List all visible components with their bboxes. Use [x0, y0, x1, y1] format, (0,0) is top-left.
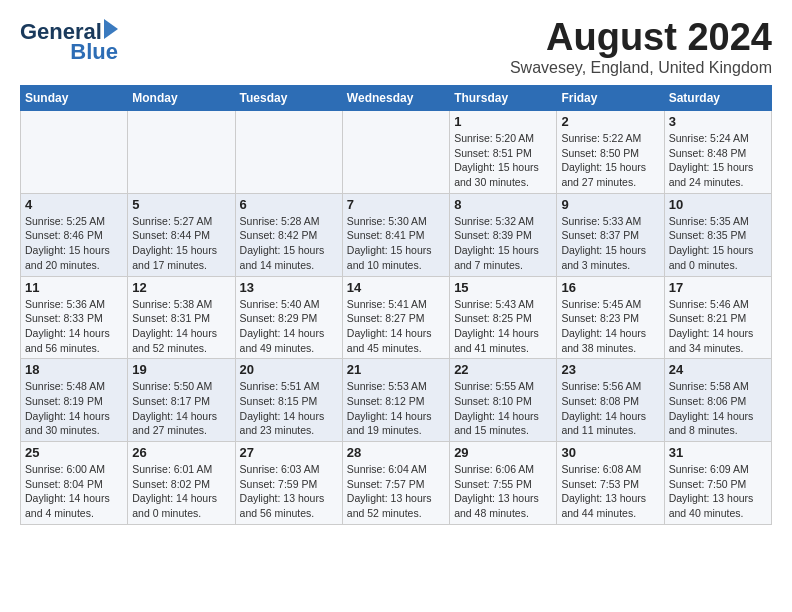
day-number: 4 [25, 197, 123, 212]
day-number: 19 [132, 362, 230, 377]
day-info: Sunrise: 5:30 AMSunset: 8:41 PMDaylight:… [347, 214, 445, 273]
day-number: 22 [454, 362, 552, 377]
calendar-cell: 16Sunrise: 5:45 AMSunset: 8:23 PMDayligh… [557, 276, 664, 359]
day-info: Sunrise: 5:48 AMSunset: 8:19 PMDaylight:… [25, 379, 123, 438]
day-info: Sunrise: 5:28 AMSunset: 8:42 PMDaylight:… [240, 214, 338, 273]
calendar-cell: 26Sunrise: 6:01 AMSunset: 8:02 PMDayligh… [128, 442, 235, 525]
day-info: Sunrise: 6:08 AMSunset: 7:53 PMDaylight:… [561, 462, 659, 521]
calendar-week-row: 18Sunrise: 5:48 AMSunset: 8:19 PMDayligh… [21, 359, 772, 442]
day-info: Sunrise: 5:43 AMSunset: 8:25 PMDaylight:… [454, 297, 552, 356]
day-info: Sunrise: 5:33 AMSunset: 8:37 PMDaylight:… [561, 214, 659, 273]
calendar-cell [21, 111, 128, 194]
day-info: Sunrise: 5:22 AMSunset: 8:50 PMDaylight:… [561, 131, 659, 190]
day-number: 15 [454, 280, 552, 295]
day-info: Sunrise: 5:25 AMSunset: 8:46 PMDaylight:… [25, 214, 123, 273]
day-info: Sunrise: 5:36 AMSunset: 8:33 PMDaylight:… [25, 297, 123, 356]
calendar-header-row: Sunday Monday Tuesday Wednesday Thursday… [21, 86, 772, 111]
calendar-cell: 2Sunrise: 5:22 AMSunset: 8:50 PMDaylight… [557, 111, 664, 194]
day-number: 10 [669, 197, 767, 212]
day-info: Sunrise: 6:06 AMSunset: 7:55 PMDaylight:… [454, 462, 552, 521]
calendar-cell: 19Sunrise: 5:50 AMSunset: 8:17 PMDayligh… [128, 359, 235, 442]
day-info: Sunrise: 5:53 AMSunset: 8:12 PMDaylight:… [347, 379, 445, 438]
day-number: 29 [454, 445, 552, 460]
day-number: 13 [240, 280, 338, 295]
calendar-cell: 6Sunrise: 5:28 AMSunset: 8:42 PMDaylight… [235, 193, 342, 276]
day-number: 27 [240, 445, 338, 460]
day-number: 3 [669, 114, 767, 129]
day-number: 8 [454, 197, 552, 212]
logo-text-blue: Blue [70, 40, 118, 64]
header-saturday: Saturday [664, 86, 771, 111]
day-number: 18 [25, 362, 123, 377]
page-subtitle: Swavesey, England, United Kingdom [510, 59, 772, 77]
header-monday: Monday [128, 86, 235, 111]
calendar-cell: 13Sunrise: 5:40 AMSunset: 8:29 PMDayligh… [235, 276, 342, 359]
day-info: Sunrise: 5:40 AMSunset: 8:29 PMDaylight:… [240, 297, 338, 356]
day-info: Sunrise: 5:24 AMSunset: 8:48 PMDaylight:… [669, 131, 767, 190]
day-number: 26 [132, 445, 230, 460]
calendar-cell: 24Sunrise: 5:58 AMSunset: 8:06 PMDayligh… [664, 359, 771, 442]
calendar-cell: 1Sunrise: 5:20 AMSunset: 8:51 PMDaylight… [450, 111, 557, 194]
day-number: 20 [240, 362, 338, 377]
day-number: 9 [561, 197, 659, 212]
calendar-week-row: 1Sunrise: 5:20 AMSunset: 8:51 PMDaylight… [21, 111, 772, 194]
day-info: Sunrise: 5:51 AMSunset: 8:15 PMDaylight:… [240, 379, 338, 438]
header-friday: Friday [557, 86, 664, 111]
calendar-cell: 28Sunrise: 6:04 AMSunset: 7:57 PMDayligh… [342, 442, 449, 525]
day-number: 31 [669, 445, 767, 460]
calendar-week-row: 25Sunrise: 6:00 AMSunset: 8:04 PMDayligh… [21, 442, 772, 525]
calendar-cell: 10Sunrise: 5:35 AMSunset: 8:35 PMDayligh… [664, 193, 771, 276]
calendar-cell: 4Sunrise: 5:25 AMSunset: 8:46 PMDaylight… [21, 193, 128, 276]
calendar-cell: 25Sunrise: 6:00 AMSunset: 8:04 PMDayligh… [21, 442, 128, 525]
day-number: 5 [132, 197, 230, 212]
calendar-cell: 20Sunrise: 5:51 AMSunset: 8:15 PMDayligh… [235, 359, 342, 442]
day-number: 28 [347, 445, 445, 460]
day-info: Sunrise: 5:46 AMSunset: 8:21 PMDaylight:… [669, 297, 767, 356]
day-info: Sunrise: 6:00 AMSunset: 8:04 PMDaylight:… [25, 462, 123, 521]
day-info: Sunrise: 5:20 AMSunset: 8:51 PMDaylight:… [454, 131, 552, 190]
day-info: Sunrise: 5:58 AMSunset: 8:06 PMDaylight:… [669, 379, 767, 438]
day-info: Sunrise: 6:04 AMSunset: 7:57 PMDaylight:… [347, 462, 445, 521]
calendar-cell: 23Sunrise: 5:56 AMSunset: 8:08 PMDayligh… [557, 359, 664, 442]
calendar-cell: 12Sunrise: 5:38 AMSunset: 8:31 PMDayligh… [128, 276, 235, 359]
day-info: Sunrise: 5:45 AMSunset: 8:23 PMDaylight:… [561, 297, 659, 356]
calendar-table: Sunday Monday Tuesday Wednesday Thursday… [20, 85, 772, 525]
day-info: Sunrise: 5:35 AMSunset: 8:35 PMDaylight:… [669, 214, 767, 273]
calendar-cell: 5Sunrise: 5:27 AMSunset: 8:44 PMDaylight… [128, 193, 235, 276]
calendar-cell: 14Sunrise: 5:41 AMSunset: 8:27 PMDayligh… [342, 276, 449, 359]
calendar-cell: 22Sunrise: 5:55 AMSunset: 8:10 PMDayligh… [450, 359, 557, 442]
header-tuesday: Tuesday [235, 86, 342, 111]
day-number: 12 [132, 280, 230, 295]
calendar-cell: 31Sunrise: 6:09 AMSunset: 7:50 PMDayligh… [664, 442, 771, 525]
day-number: 2 [561, 114, 659, 129]
calendar-cell: 18Sunrise: 5:48 AMSunset: 8:19 PMDayligh… [21, 359, 128, 442]
day-info: Sunrise: 6:03 AMSunset: 7:59 PMDaylight:… [240, 462, 338, 521]
calendar-cell [128, 111, 235, 194]
calendar-cell: 15Sunrise: 5:43 AMSunset: 8:25 PMDayligh… [450, 276, 557, 359]
calendar-cell: 11Sunrise: 5:36 AMSunset: 8:33 PMDayligh… [21, 276, 128, 359]
calendar-cell: 3Sunrise: 5:24 AMSunset: 8:48 PMDaylight… [664, 111, 771, 194]
logo: General Blue [20, 20, 118, 64]
calendar-cell: 27Sunrise: 6:03 AMSunset: 7:59 PMDayligh… [235, 442, 342, 525]
day-number: 14 [347, 280, 445, 295]
calendar-cell [235, 111, 342, 194]
day-number: 30 [561, 445, 659, 460]
calendar-week-row: 4Sunrise: 5:25 AMSunset: 8:46 PMDaylight… [21, 193, 772, 276]
header-sunday: Sunday [21, 86, 128, 111]
logo-arrow-icon [104, 19, 118, 39]
calendar-cell: 29Sunrise: 6:06 AMSunset: 7:55 PMDayligh… [450, 442, 557, 525]
day-info: Sunrise: 6:09 AMSunset: 7:50 PMDaylight:… [669, 462, 767, 521]
header-thursday: Thursday [450, 86, 557, 111]
calendar-cell: 9Sunrise: 5:33 AMSunset: 8:37 PMDaylight… [557, 193, 664, 276]
calendar-cell: 30Sunrise: 6:08 AMSunset: 7:53 PMDayligh… [557, 442, 664, 525]
day-info: Sunrise: 5:38 AMSunset: 8:31 PMDaylight:… [132, 297, 230, 356]
day-number: 7 [347, 197, 445, 212]
page-header: General Blue August 2024 Swavesey, Engla… [20, 16, 772, 77]
day-info: Sunrise: 5:41 AMSunset: 8:27 PMDaylight:… [347, 297, 445, 356]
header-wednesday: Wednesday [342, 86, 449, 111]
day-number: 1 [454, 114, 552, 129]
day-number: 17 [669, 280, 767, 295]
calendar-cell: 21Sunrise: 5:53 AMSunset: 8:12 PMDayligh… [342, 359, 449, 442]
day-info: Sunrise: 5:56 AMSunset: 8:08 PMDaylight:… [561, 379, 659, 438]
calendar-week-row: 11Sunrise: 5:36 AMSunset: 8:33 PMDayligh… [21, 276, 772, 359]
